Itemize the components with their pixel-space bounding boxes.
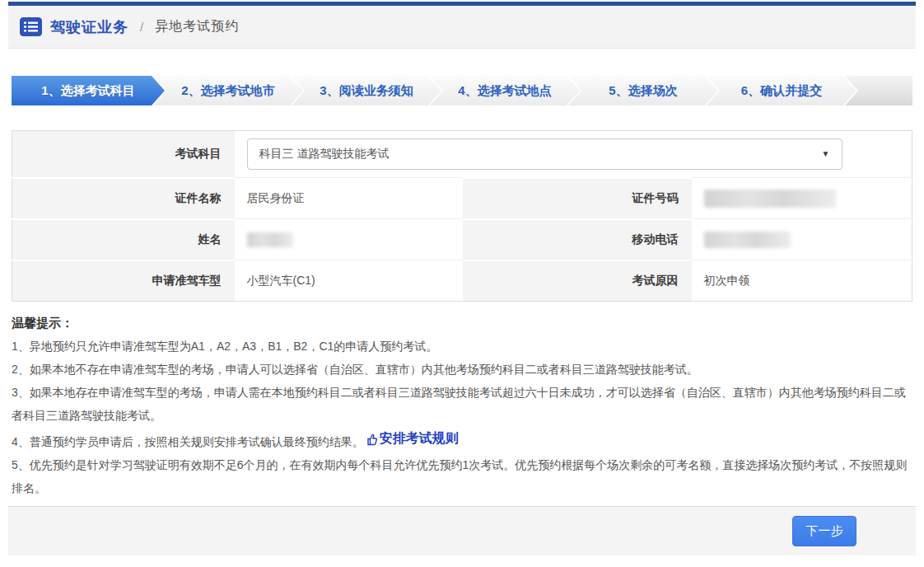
vehicle-value: 小型汽车(C1) [235, 260, 463, 302]
tip-item-1: 1、异地预约只允许申请准驾车型为A1，A2，A3，B1，B2，C1的申请人预约考… [12, 335, 912, 358]
page: 驾驶证业务 / 异地考试预约 1、选择考试科目 2、选择考试地市 3、阅读业务须… [0, 2, 924, 555]
vehicle-label: 申请准驾车型 [12, 260, 235, 302]
step-label: 4、选择考试地点 [458, 83, 551, 99]
table-row: 证件名称 居民身份证 证件号码 [12, 178, 912, 219]
redacted-phone [704, 232, 791, 248]
license-menu-icon [20, 17, 42, 36]
exam-rules-link-label: 安排考试规则 [380, 427, 459, 450]
name-value [235, 219, 463, 260]
table-row: 姓名 移动电话 [12, 219, 912, 260]
tips-section: 温馨提示： 1、异地预约只允许申请准驾车型为A1，A2，A3，B1，B2，C1的… [12, 312, 912, 499]
name-label: 姓名 [12, 219, 235, 260]
next-step-button[interactable]: 下一步 [792, 516, 856, 546]
phone-label: 移动电话 [463, 219, 692, 260]
step-2-select-city[interactable]: 2、选择考试地市 [153, 76, 303, 105]
cert-no-label: 证件号码 [463, 178, 692, 219]
cert-no-value [692, 178, 912, 219]
tip-item-3: 3、如果本地存在申请准驾车型的考场，申请人需在本地预约科目二或者科目三道路驾驶技… [12, 381, 912, 427]
tip-item-4: 4、普通预约学员申请后，按照相关规则安排考试确认最终预约结果。安排考试规则 [12, 427, 912, 453]
step-wizard: 1、选择考试科目 2、选择考试地市 3、阅读业务须知 4、选择考试地点 5、选择… [12, 76, 912, 105]
step-label: 5、选择场次 [609, 83, 677, 99]
breadcrumb-separator: / [140, 20, 143, 34]
chevron-down-icon: ▼ [822, 149, 830, 158]
redacted-name [247, 232, 293, 247]
subject-cell: 科目三 道路驾驶技能考试 ▼ [235, 131, 912, 178]
step-3-read-notice[interactable]: 3、阅读业务须知 [292, 76, 441, 105]
subject-select[interactable]: 科目三 道路驾驶技能考试 ▼ [247, 138, 842, 170]
step-label: 6、确认并提交 [741, 83, 822, 99]
page-title: 异地考试预约 [155, 18, 239, 35]
table-row: 申请准驾车型 小型汽车(C1) 考试原因 初次申领 [12, 260, 912, 302]
thumb-up-icon [364, 433, 378, 447]
step-5-select-session[interactable]: 5、选择场次 [568, 76, 718, 105]
reason-label: 考试原因 [463, 260, 692, 302]
subject-selected-value: 科目三 道路驾驶技能考试 [259, 147, 390, 162]
redacted-id-number [704, 190, 836, 208]
tip-item-5: 5、优先预约是针对学习驾驶证明有效期不足6个月的，在有效期内每个科目允许优先预约… [12, 453, 912, 499]
applicant-info-table: 考试科目 科目三 道路驾驶技能考试 ▼ 证件名称 居民身份证 证件号码 姓名 移… [12, 130, 912, 302]
subject-label: 考试科目 [12, 131, 235, 178]
step-label: 1、选择考试科目 [41, 83, 134, 99]
reason-value: 初次申领 [692, 260, 912, 302]
table-row: 考试科目 科目三 道路驾驶技能考试 ▼ [12, 131, 912, 178]
cert-name-label: 证件名称 [12, 178, 235, 219]
step-label: 3、阅读业务须知 [320, 83, 413, 99]
tip-item-4-text: 4、普通预约学员申请后，按照相关规则安排考试确认最终预约结果。 [12, 435, 364, 448]
cert-name-value: 居民身份证 [235, 178, 463, 219]
phone-value [692, 219, 912, 260]
breadcrumb-section[interactable]: 驾驶证业务 [50, 17, 128, 37]
step-4-select-site[interactable]: 4、选择考试地点 [430, 76, 580, 105]
footer-action-bar: 下一步 [8, 506, 916, 555]
step-1-select-subject[interactable]: 1、选择考试科目 [12, 76, 165, 105]
exam-rules-link[interactable]: 安排考试规则 [364, 427, 459, 450]
tip-item-2: 2、如果本地不存在申请准驾车型的考场，申请人可以选择省（自治区、直辖市）内其他考… [12, 358, 912, 381]
tips-title: 温馨提示： [12, 312, 912, 335]
step-label: 2、选择考试地市 [181, 83, 274, 99]
breadcrumb: 驾驶证业务 / 异地考试预约 [8, 6, 916, 49]
step-6-confirm-submit[interactable]: 6、确认并提交 [707, 76, 856, 105]
